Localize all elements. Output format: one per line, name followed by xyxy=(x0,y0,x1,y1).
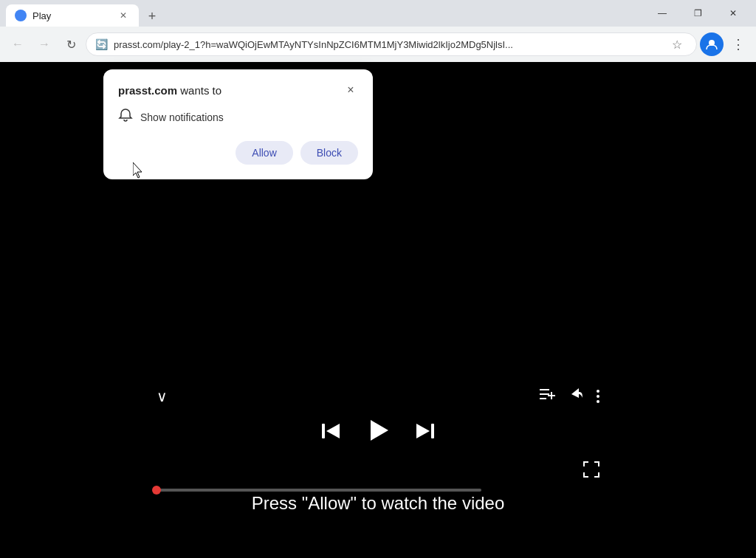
next-track-button[interactable] xyxy=(415,421,436,446)
svg-marker-8 xyxy=(326,424,340,438)
player-top-controls: ∨ xyxy=(157,387,599,405)
minimize-button[interactable]: — xyxy=(645,1,679,25)
popup-domain: prasst.com xyxy=(118,84,177,97)
collapse-icon[interactable]: ∨ xyxy=(157,388,168,404)
tab-strip: Play ✕ + xyxy=(6,0,645,27)
popup-close-button[interactable]: × xyxy=(343,83,358,97)
address-bar: ← → ↻ 🔄 prasst.com/play-2_1?h=waWQiOjEwM… xyxy=(0,27,756,62)
progress-bar-row xyxy=(157,489,599,492)
popup-title-suffix: wants to xyxy=(177,84,221,97)
window-controls: — ❐ ✕ xyxy=(645,1,750,25)
player-main-controls xyxy=(157,417,599,450)
forward-button[interactable]: → xyxy=(32,32,56,56)
maximize-button[interactable]: ❐ xyxy=(681,1,715,25)
allow-button[interactable]: Allow xyxy=(236,141,292,165)
previous-track-button[interactable] xyxy=(320,421,341,446)
active-tab[interactable]: Play ✕ xyxy=(6,4,139,27)
svg-point-0 xyxy=(16,10,26,21)
popup-actions: Allow Block xyxy=(118,141,358,165)
player-controls: ∨ xyxy=(157,387,599,492)
block-button[interactable]: Block xyxy=(300,141,358,165)
bell-icon xyxy=(118,108,133,126)
popup-permission-row: Show notifications xyxy=(118,108,358,126)
address-security-icon: 🔄 xyxy=(95,38,108,50)
bookmark-star-icon[interactable]: ☆ xyxy=(667,34,687,55)
new-tab-button[interactable]: + xyxy=(142,6,162,27)
refresh-button[interactable]: ↻ xyxy=(59,32,83,56)
content-area: ∨ xyxy=(0,62,756,558)
svg-rect-7 xyxy=(322,424,325,438)
instruction-text: Press "Allow" to watch the video xyxy=(252,493,505,514)
player-top-right-controls xyxy=(539,387,599,405)
tab-close-button[interactable]: ✕ xyxy=(117,9,130,22)
progress-bar[interactable] xyxy=(157,489,481,492)
tab-favicon xyxy=(15,10,27,21)
close-button[interactable]: ✕ xyxy=(716,1,750,25)
title-bar: Play ✕ + — ❐ ✕ xyxy=(0,0,756,27)
player-bottom-controls xyxy=(157,461,599,492)
svg-marker-11 xyxy=(416,424,430,438)
fullscreen-button[interactable] xyxy=(583,461,599,481)
more-options-icon[interactable] xyxy=(597,390,599,403)
profile-button[interactable] xyxy=(700,32,724,56)
address-url: prasst.com/play-2_1?h=waWQiOjEwMTAyNTYsI… xyxy=(114,39,661,50)
popup-title: prasst.com wants to xyxy=(118,84,221,97)
share-icon[interactable] xyxy=(568,387,583,405)
svg-rect-10 xyxy=(431,424,434,438)
add-to-queue-icon[interactable] xyxy=(539,387,555,405)
fullscreen-row xyxy=(157,461,599,481)
back-button[interactable]: ← xyxy=(6,32,30,56)
progress-indicator xyxy=(152,486,161,495)
notification-popup: prasst.com wants to × Show notifications… xyxy=(103,69,373,179)
permission-label: Show notifications xyxy=(140,111,224,123)
tab-title: Play xyxy=(32,10,111,21)
browser-menu-button[interactable]: ⋮ xyxy=(726,32,750,56)
popup-header: prasst.com wants to × xyxy=(118,84,358,97)
svg-marker-9 xyxy=(371,420,388,441)
browser-window: Play ✕ + — ❐ ✕ ← → ↻ 🔄 prasst.com/play-2… xyxy=(0,0,756,558)
player-collapse-area: ∨ xyxy=(157,388,168,405)
address-bar-input[interactable]: 🔄 prasst.com/play-2_1?h=waWQiOjEwMTAyNTY… xyxy=(86,32,697,56)
play-button[interactable] xyxy=(365,417,391,450)
